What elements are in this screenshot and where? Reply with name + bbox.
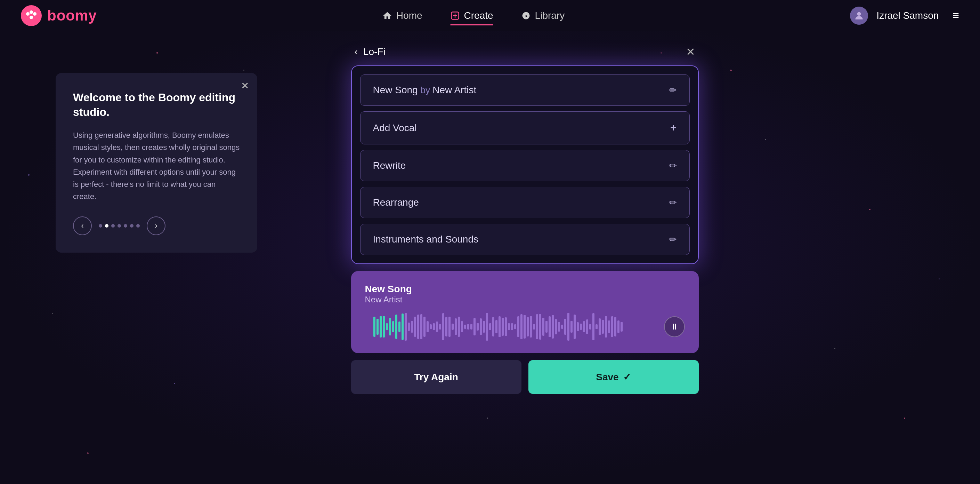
waveform-bar: [467, 324, 469, 329]
brand-name: boomy: [47, 7, 97, 24]
waveform-bar: [411, 321, 413, 333]
next-arrow-button[interactable]: ›: [147, 216, 165, 235]
waveform-bar: [595, 324, 598, 329]
player-song-title: New Song: [365, 284, 685, 295]
waveform-bar: [395, 315, 397, 339]
waveform-bar: [477, 323, 479, 331]
waveform-bar: [380, 316, 382, 337]
rearrange-row[interactable]: Rearrange ✏: [360, 187, 690, 218]
song-title-row[interactable]: New Song by New Artist ✏: [360, 75, 690, 106]
waveform-bar: [495, 320, 498, 333]
waveform-bar: [567, 313, 570, 340]
nav-right: Izrael Samson ≡: [850, 6, 959, 25]
save-check-icon: ✓: [623, 371, 631, 383]
dot-4: [118, 224, 121, 228]
waveform-bar: [611, 316, 613, 337]
save-button[interactable]: Save ✓: [528, 360, 699, 394]
waveform-bar: [486, 313, 488, 340]
player-artist: New Artist: [365, 295, 685, 305]
pause-icon: ⏸: [670, 322, 679, 332]
waveform-bar: [583, 321, 585, 333]
waveform-bar: [386, 323, 388, 330]
waveform-bar: [617, 321, 619, 333]
waveform-bar: [398, 321, 401, 332]
waveform-bar: [455, 318, 457, 335]
brand-logo[interactable]: boomy: [21, 5, 97, 26]
create-icon: [450, 11, 460, 21]
prev-arrow-button[interactable]: ‹: [73, 216, 92, 235]
waveform-bar: [464, 325, 466, 329]
waveform-bar: [405, 313, 407, 341]
welcome-body: Using generative algorithms, Boomy emula…: [73, 129, 240, 203]
waveform-bar: [620, 322, 623, 332]
instruments-row[interactable]: Instruments and Sounds ✏: [360, 224, 690, 255]
menu-icon[interactable]: ≡: [953, 9, 959, 22]
nav-create[interactable]: Create: [450, 7, 493, 24]
modal-title: Lo-Fi: [363, 46, 385, 58]
waveform-bar: [445, 317, 447, 336]
rewrite-row[interactable]: Rewrite ✏: [360, 150, 690, 181]
waveform-bar: [389, 318, 391, 335]
waveform-bar: [408, 323, 410, 331]
waveform-bar: [530, 316, 532, 338]
waveform-bar: [602, 320, 604, 334]
welcome-title: Welcome to the Boomy editing studio.: [73, 91, 240, 119]
nav-home-label: Home: [396, 10, 422, 21]
waveform-bar: [571, 321, 573, 333]
pause-button[interactable]: ⏸: [664, 316, 685, 337]
nav-home[interactable]: Home: [382, 7, 422, 24]
waveform-bar: [420, 314, 422, 340]
waveform-bar: [608, 321, 610, 333]
waveform-bar: [442, 313, 444, 341]
waveform-bar: [514, 324, 516, 329]
waveform-bar: [458, 316, 460, 337]
try-again-button[interactable]: Try Again: [351, 360, 522, 394]
welcome-close-button[interactable]: ✕: [241, 80, 249, 91]
dot-2[interactable]: [105, 224, 108, 228]
pencil-icon-instruments: ✏: [669, 234, 677, 245]
navigation: boomy Home Create Library: [0, 0, 980, 31]
waveform-bar: [605, 316, 607, 337]
welcome-nav: ‹ ›: [73, 216, 240, 235]
song-title-text: New Song by New Artist: [373, 85, 477, 96]
dot-7: [136, 224, 140, 228]
waveform-bar: [483, 321, 485, 333]
waveform-bar: [614, 317, 616, 337]
waveform-bar: [480, 318, 482, 335]
waveform-bar: [452, 324, 454, 330]
user-name: Izrael Samson: [877, 10, 939, 21]
waveform-bar: [489, 323, 491, 330]
bottom-buttons: Try Again Save ✓: [351, 360, 699, 394]
waveform[interactable]: [373, 313, 655, 341]
nav-library[interactable]: Library: [521, 7, 565, 24]
waveform-bar: [580, 324, 582, 330]
waveform-bar: [505, 317, 507, 336]
waveform-bar: [539, 314, 541, 339]
waveform-bar: [546, 321, 547, 333]
waveform-bar: [561, 325, 563, 329]
waveform-bar: [592, 313, 595, 340]
welcome-card: ✕ Welcome to the Boomy editing studio. U…: [56, 73, 257, 252]
home-icon: [382, 11, 392, 21]
waveform-bar: [498, 316, 501, 337]
add-vocal-row[interactable]: Add Vocal +: [360, 111, 690, 144]
dot-6: [130, 224, 134, 228]
pencil-icon-title: ✏: [669, 85, 677, 96]
svg-point-2: [30, 10, 33, 14]
waveform-bar: [527, 317, 529, 337]
rearrange-text: Rearrange: [373, 197, 419, 208]
back-chevron-icon: ‹: [355, 46, 358, 58]
waveform-bar: [461, 321, 463, 332]
svg-point-8: [857, 12, 861, 16]
modal-close-button[interactable]: ✕: [686, 45, 695, 59]
player-controls: ⏸: [365, 313, 685, 341]
waveform-bar: [423, 316, 425, 337]
modal-back-button[interactable]: ‹ Lo-Fi: [355, 46, 385, 58]
svg-point-3: [33, 12, 37, 16]
waveform-bar: [439, 324, 441, 329]
nav-create-label: Create: [464, 10, 493, 21]
waveform-bar: [417, 315, 419, 339]
nav-center: Home Create Library: [97, 7, 850, 24]
waveform-bar: [586, 319, 588, 334]
pencil-icon-rewrite: ✏: [669, 160, 677, 171]
